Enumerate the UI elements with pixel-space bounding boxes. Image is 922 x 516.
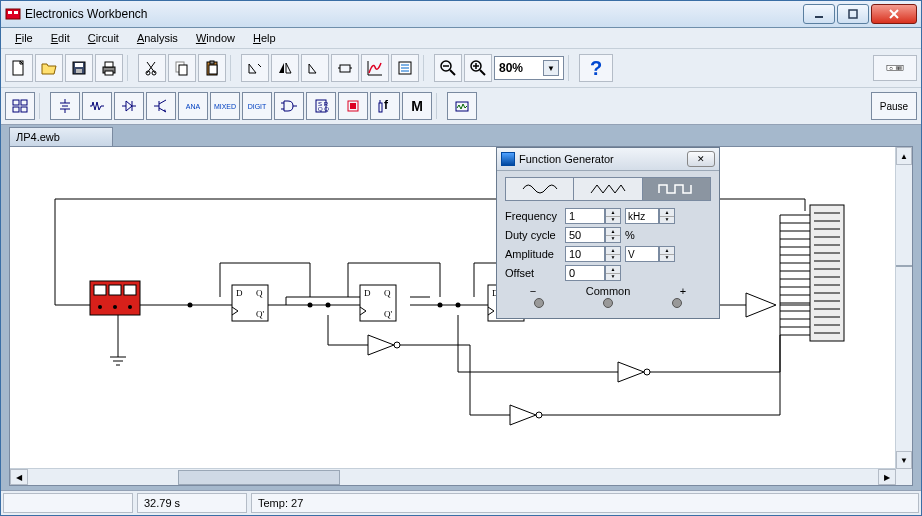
function-generator-instrument (90, 281, 140, 315)
common-terminal[interactable] (603, 298, 613, 308)
svg-rect-72 (379, 103, 382, 112)
subcircuit-button[interactable] (331, 54, 359, 82)
power-switch[interactable]: OI (873, 55, 917, 81)
svg-rect-48 (13, 107, 19, 112)
workspace: ЛР4.ewb (1, 125, 921, 490)
svg-rect-20 (179, 65, 187, 75)
open-button[interactable] (35, 54, 63, 82)
component-props-button[interactable] (391, 54, 419, 82)
cut-button[interactable] (138, 54, 166, 82)
frequency-unit-select[interactable]: kHz (625, 208, 659, 224)
amplitude-input[interactable]: 10 (565, 246, 605, 262)
scroll-right-arrow[interactable]: ▶ (878, 469, 896, 485)
zoom-out-button[interactable] (434, 54, 462, 82)
save-button[interactable] (65, 54, 93, 82)
frequency-input[interactable]: 1 (565, 208, 605, 224)
diodes-bin[interactable] (114, 92, 144, 120)
svg-text:I: I (898, 66, 899, 71)
dialog-title: Function Generator (519, 153, 687, 165)
rotate-button[interactable] (241, 54, 269, 82)
svg-point-117 (98, 305, 102, 309)
menu-edit[interactable]: Edit (43, 30, 78, 46)
menu-help[interactable]: Help (245, 30, 284, 46)
schematic-canvas[interactable]: DQ Q' DQ Q' D (10, 147, 896, 469)
menu-file[interactable]: File (7, 30, 41, 46)
horizontal-scrollbar[interactable]: ◀ ▶ (10, 468, 896, 485)
svg-rect-10 (75, 63, 83, 67)
function-generator-dialog[interactable]: Function Generator ✕ Frequency 1 ▲▼ (496, 147, 720, 319)
vscroll-thumb[interactable] (896, 265, 912, 267)
logic-gates-bin[interactable] (274, 92, 304, 120)
circuit-drawing: DQ Q' DQ Q' D (10, 147, 896, 469)
svg-marker-136 (746, 293, 776, 317)
digital-bin[interactable]: S RQ Q (306, 92, 336, 120)
triangle-wave-button[interactable] (574, 178, 642, 200)
instruments-bin[interactable] (447, 92, 477, 120)
scroll-up-arrow[interactable]: ▲ (896, 147, 912, 165)
misc-bin[interactable]: M (402, 92, 432, 120)
scroll-left-arrow[interactable]: ◀ (10, 469, 28, 485)
new-button[interactable] (5, 54, 33, 82)
svg-marker-26 (286, 63, 291, 73)
sources-bin[interactable] (50, 92, 80, 120)
square-wave-button[interactable] (643, 178, 710, 200)
dialog-close-button[interactable]: ✕ (687, 151, 715, 167)
duty-input[interactable]: 50 (565, 227, 605, 243)
frequency-unit-spinner[interactable]: ▲▼ (659, 208, 675, 224)
close-button[interactable] (871, 4, 917, 24)
svg-rect-4 (849, 10, 857, 18)
svg-point-108 (188, 303, 193, 308)
hscroll-thumb[interactable] (178, 470, 340, 485)
flip-v-button[interactable] (301, 54, 329, 82)
scroll-down-arrow[interactable]: ▼ (896, 451, 912, 469)
menu-circuit[interactable]: Circuit (80, 30, 127, 46)
svg-rect-1 (8, 11, 12, 14)
mixed-ics-bin[interactable]: MIXED (210, 92, 240, 120)
window-title: Electronics Workbench (25, 7, 803, 21)
amplitude-spinner[interactable]: ▲▼ (605, 246, 621, 262)
minimize-button[interactable] (803, 4, 835, 24)
controls-bin[interactable]: f (370, 92, 400, 120)
plus-terminal[interactable] (672, 298, 682, 308)
paste-button[interactable] (198, 54, 226, 82)
offset-spinner[interactable]: ▲▼ (605, 265, 621, 281)
svg-marker-132 (618, 362, 644, 382)
status-time: 32.79 s (137, 493, 247, 513)
toolbar-components: ANA MIXED DIGIT S RQ Q f M Pause (1, 88, 921, 125)
transistors-bin[interactable] (146, 92, 176, 120)
svg-rect-49 (21, 107, 27, 112)
zoom-in-button[interactable] (464, 54, 492, 82)
amplitude-unit-spinner[interactable]: ▲▼ (659, 246, 675, 262)
menu-analysis[interactable]: Analysis (129, 30, 186, 46)
svg-line-61 (159, 100, 166, 104)
digital-ics-bin[interactable]: DIGIT (242, 92, 272, 120)
flipflop-1: DQ Q' (232, 285, 268, 321)
help-button[interactable]: ? (579, 54, 613, 82)
minus-terminal[interactable] (534, 298, 544, 308)
amplitude-unit-select[interactable]: V (625, 246, 659, 262)
indicators-bin[interactable] (338, 92, 368, 120)
pause-button[interactable]: Pause (871, 92, 917, 120)
graph-button[interactable] (361, 54, 389, 82)
svg-text:D: D (364, 288, 371, 298)
status-temp: Temp: 27 (251, 493, 919, 513)
sine-wave-button[interactable] (506, 178, 574, 200)
frequency-spinner[interactable]: ▲▼ (605, 208, 621, 224)
basic-bin[interactable] (82, 92, 112, 120)
svg-rect-2 (14, 11, 18, 14)
dialog-titlebar[interactable]: Function Generator ✕ (497, 148, 719, 171)
favorites-bin[interactable] (5, 92, 35, 120)
menu-window[interactable]: Window (188, 30, 243, 46)
duty-spinner[interactable]: ▲▼ (605, 227, 621, 243)
maximize-button[interactable] (837, 4, 869, 24)
main-window: Electronics Workbench File Edit Circuit … (0, 0, 922, 516)
flip-h-button[interactable] (271, 54, 299, 82)
analog-ics-bin[interactable]: ANA (178, 92, 208, 120)
print-button[interactable] (95, 54, 123, 82)
menubar: File Edit Circuit Analysis Window Help (1, 28, 921, 49)
copy-button[interactable] (168, 54, 196, 82)
document-tab[interactable]: ЛР4.ewb (9, 127, 113, 146)
offset-input[interactable]: 0 (565, 265, 605, 281)
vertical-scrollbar[interactable]: ▲ ▼ (895, 147, 912, 469)
zoom-select[interactable]: 80%▼ (494, 56, 564, 80)
